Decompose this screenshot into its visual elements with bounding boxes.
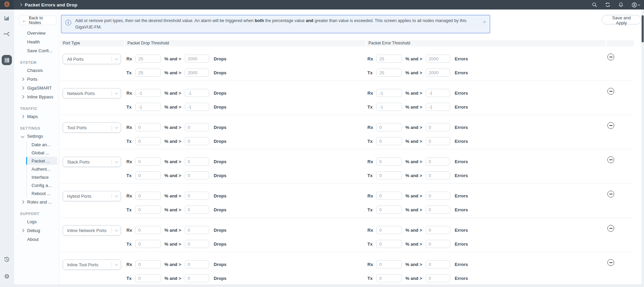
error-rx-count-input[interactable] <box>426 157 450 166</box>
drop-rx-percent-input[interactable] <box>135 157 161 166</box>
vertical-scrollbar[interactable] <box>641 9 644 284</box>
error-rx-count-input[interactable] <box>426 55 450 63</box>
sidebar-item-debug[interactable]: Debug <box>14 226 59 235</box>
remove-row-button[interactable] <box>607 156 614 163</box>
drop-rx-count-input[interactable] <box>185 226 209 234</box>
bell-icon[interactable] <box>618 2 624 7</box>
error-rx-count-input[interactable] <box>426 123 450 131</box>
drop-tx-percent-input[interactable] <box>135 206 161 214</box>
port-type-select-inline-tool-ports[interactable]: Inline Tool Ports <box>63 260 121 270</box>
sidebar-item-chassis[interactable]: Chassis <box>14 66 59 75</box>
drop-tx-percent-input[interactable] <box>135 103 161 111</box>
port-type-select-inline-network-ports[interactable]: Inline Network Ports <box>63 225 121 235</box>
sidebar-item-interface[interactable]: Interface <box>27 173 57 181</box>
sidebar-item-inline-bypass[interactable]: Inline Bypass <box>14 92 59 101</box>
drop-tx-count-input[interactable] <box>185 240 209 248</box>
error-rx-percent-input[interactable] <box>376 89 402 97</box>
error-rx-percent-input[interactable] <box>376 260 402 268</box>
sidebar-item-ports[interactable]: Ports <box>14 75 59 83</box>
error-tx-count-input[interactable] <box>426 240 450 248</box>
error-rx-percent-input[interactable] <box>376 123 402 131</box>
remove-row-button[interactable] <box>607 259 614 266</box>
error-tx-count-input[interactable] <box>426 274 450 282</box>
app-logo[interactable] <box>0 0 14 9</box>
nodes-icon-active[interactable] <box>0 55 14 65</box>
error-tx-count-input[interactable] <box>426 69 450 77</box>
drop-tx-percent-input[interactable] <box>135 69 161 77</box>
drop-rx-count-input[interactable] <box>185 260 209 268</box>
sidebar-item-authent[interactable]: Authent... <box>27 165 57 173</box>
error-tx-percent-input[interactable] <box>376 103 402 111</box>
dashboard-chart-icon[interactable] <box>0 15 14 21</box>
drop-tx-count-input[interactable] <box>185 274 209 282</box>
drop-rx-percent-input[interactable] <box>135 89 161 97</box>
sidebar-item-date-an[interactable]: Date an... <box>27 140 57 149</box>
error-tx-count-input[interactable] <box>426 137 450 145</box>
drop-rx-percent-input[interactable] <box>135 260 161 268</box>
drop-tx-count-input[interactable] <box>185 171 209 179</box>
save-and-apply-button[interactable]: Save and Apply <box>602 15 641 24</box>
error-rx-percent-input[interactable] <box>376 157 402 166</box>
sidebar-item-save-confi[interactable]: Save Confi... <box>14 46 59 55</box>
sidebar-item-health[interactable]: Health <box>14 37 59 46</box>
drop-tx-count-input[interactable] <box>185 206 209 214</box>
error-tx-count-input[interactable] <box>426 171 450 179</box>
sidebar-item-roles-and[interactable]: Roles and ... <box>14 197 59 206</box>
port-type-select-hybrid-ports[interactable]: Hybrid Ports <box>63 191 121 201</box>
error-tx-percent-input[interactable] <box>376 171 402 179</box>
drop-tx-percent-input[interactable] <box>135 171 161 179</box>
error-tx-count-input[interactable] <box>426 103 450 111</box>
port-type-select-network-ports[interactable]: Network Ports <box>63 88 121 98</box>
horizontal-scrollbar-track[interactable] <box>0 284 644 287</box>
sidebar-item-overview[interactable]: Overview <box>14 28 59 37</box>
drop-rx-count-input[interactable] <box>185 157 209 166</box>
search-icon[interactable] <box>592 2 597 7</box>
remove-row-button[interactable] <box>607 122 614 129</box>
gear-icon[interactable]: ⚙ <box>0 273 14 280</box>
drop-rx-count-input[interactable] <box>185 89 209 97</box>
remove-row-button[interactable] <box>607 88 614 95</box>
port-type-select-all-ports[interactable]: All Ports <box>63 54 121 64</box>
sidebar-item-logs[interactable]: Logs <box>14 217 59 226</box>
drop-tx-percent-input[interactable] <box>135 274 161 282</box>
error-rx-percent-input[interactable] <box>376 55 402 63</box>
sidebar-item-about[interactable]: About <box>14 235 59 244</box>
drop-rx-count-input[interactable] <box>185 123 209 131</box>
drop-rx-percent-input[interactable] <box>135 226 161 234</box>
error-rx-count-input[interactable] <box>426 260 450 268</box>
remove-row-button[interactable] <box>607 54 614 60</box>
sidebar-item-gigasmart[interactable]: GigaSMART <box>14 83 59 92</box>
user-avatar-icon[interactable] <box>631 2 640 8</box>
port-type-select-stack-ports[interactable]: Stack Ports <box>63 157 121 167</box>
sidebar-item-settings[interactable]: Settings <box>14 132 59 140</box>
port-type-select-tool-ports[interactable]: Tool Ports <box>63 122 121 133</box>
error-tx-percent-input[interactable] <box>376 137 402 145</box>
traffic-split-icon[interactable] <box>0 31 14 37</box>
drop-tx-percent-input[interactable] <box>135 137 161 145</box>
drop-rx-percent-input[interactable] <box>135 123 161 131</box>
remove-row-button[interactable] <box>607 191 614 197</box>
error-rx-count-input[interactable] <box>426 192 450 200</box>
error-tx-percent-input[interactable] <box>376 206 402 214</box>
sidebar-item-global[interactable]: Global ... <box>27 149 57 157</box>
sidebar-item-config-a[interactable]: Config a... <box>27 181 57 189</box>
drop-rx-count-input[interactable] <box>185 192 209 200</box>
back-to-nodes-button[interactable]: ← Back to Nodes <box>19 16 56 25</box>
drop-rx-percent-input[interactable] <box>135 192 161 200</box>
error-tx-count-input[interactable] <box>426 206 450 214</box>
drop-rx-percent-input[interactable] <box>135 55 161 63</box>
error-rx-count-input[interactable] <box>426 226 450 234</box>
error-rx-count-input[interactable] <box>426 89 450 97</box>
sidebar-item-reboot[interactable]: Reboot ... <box>27 189 57 197</box>
error-tx-percent-input[interactable] <box>376 240 402 248</box>
sidebar-item-packet[interactable]: Packet ... <box>27 157 57 165</box>
drop-tx-count-input[interactable] <box>185 103 209 111</box>
drop-tx-percent-input[interactable] <box>135 240 161 248</box>
error-tx-percent-input[interactable] <box>376 274 402 282</box>
banner-close-icon[interactable]: × <box>483 20 486 24</box>
error-rx-percent-input[interactable] <box>376 192 402 200</box>
history-icon[interactable] <box>0 256 14 263</box>
error-tx-percent-input[interactable] <box>376 69 402 77</box>
drop-tx-count-input[interactable] <box>185 137 209 145</box>
drop-tx-count-input[interactable] <box>185 69 209 77</box>
